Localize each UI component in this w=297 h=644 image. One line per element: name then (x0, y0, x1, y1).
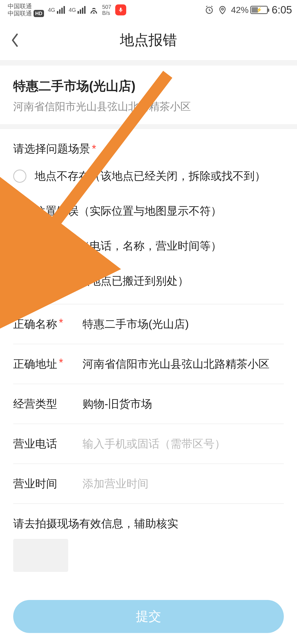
label-correct-name: 正确名称* (13, 316, 74, 332)
label-business-type: 经营类型 (13, 396, 74, 411)
required-mark: * (92, 143, 96, 155)
scenario-options: 地点不存在（该地点已经关闭，拆除或找不到） 位置错误（实际位置与地图显示不符） … (13, 159, 284, 298)
svg-point-3 (221, 8, 223, 10)
row-business-type[interactable]: 经营类型 购物-旧货市场 (13, 384, 284, 424)
radio-circle-icon (13, 170, 26, 183)
radio-circle-icon (13, 204, 26, 218)
status-bar: 中国联通 中国联通 HD 4G 4G 507 B/s 42% ⚡ 6:05 (0, 0, 297, 20)
status-right: 42% ⚡ 6:05 (205, 4, 292, 16)
row-correct-name[interactable]: 正确名称* 特惠二手市场(光山店) (13, 304, 284, 344)
row-business-phone[interactable]: 营业电话 (13, 424, 284, 464)
upload-photo-box[interactable] (13, 539, 68, 572)
chevron-left-icon (10, 33, 19, 48)
photo-prompt: 请去拍摄现场有效信息，辅助核实 (13, 504, 284, 539)
required-mark: * (59, 316, 63, 332)
submit-button[interactable]: 提交 (13, 600, 284, 633)
radio-circle-icon (13, 274, 26, 288)
value-business-type: 购物-旧货市场 (82, 396, 284, 411)
radio-label: 位置错误（实际位置与地图显示不符） (35, 203, 222, 219)
label-correct-address: 正确地址* (13, 356, 74, 372)
radio-label: 信息错误（电话，名称，营业时间等） (35, 238, 222, 253)
radio-option-wrong-location[interactable]: 位置错误（实际位置与地图显示不符） (13, 193, 284, 228)
svg-rect-0 (120, 8, 122, 11)
radio-option-not-exist[interactable]: 地点不存在（该地点已经关闭，拆除或找不到） (13, 159, 284, 193)
placeholder-business-hours: 添加营业时间 (82, 476, 284, 491)
row-business-hours[interactable]: 营业时间 添加营业时间 (13, 464, 284, 504)
hd-badge: HD (34, 10, 44, 17)
label-business-hours: 营业时间 (13, 476, 74, 491)
signal-2: 4G (69, 6, 86, 14)
net-speed: 507 B/s (102, 4, 111, 16)
carrier-block: 中国联通 中国联通 HD (8, 3, 44, 17)
submit-bar: 提交 (0, 600, 297, 644)
value-correct-name: 特惠二手市场(光山店) (82, 316, 284, 332)
location-icon (218, 5, 227, 15)
place-card: 特惠二手市场(光山店) 河南省信阳市光山县弦山北路精茶小区 (0, 66, 297, 124)
radio-option-wrong-info[interactable]: 信息错误（电话，名称，营业时间等） (13, 228, 284, 263)
signal-1: 4G (48, 6, 65, 14)
input-business-phone[interactable] (82, 438, 284, 450)
radio-label: 已搬迁（该地点已搬迁到别处） (35, 273, 189, 288)
mic-recording-icon (115, 4, 126, 15)
value-correct-address: 河南省信阳市光山县弦山北路精茶小区 (82, 356, 284, 372)
scenario-title: 请选择问题场景* (13, 129, 284, 159)
scenario-section: 请选择问题场景* 地点不存在（该地点已经关闭，拆除或找不到） 位置错误（实际位置… (0, 129, 297, 572)
alarm-icon (205, 5, 214, 15)
section-gap (0, 124, 297, 129)
back-button[interactable] (7, 32, 23, 48)
required-mark: * (59, 356, 63, 372)
battery-indicator: 42% ⚡ (231, 5, 268, 15)
carrier-1: 中国联通 (8, 3, 32, 10)
place-name: 特惠二手市场(光山店) (13, 78, 284, 95)
clock: 6:05 (272, 4, 292, 16)
radio-option-relocated[interactable]: 已搬迁（该地点已搬迁到别处） (13, 263, 284, 298)
status-indicators: 4G 4G 507 B/s (48, 4, 126, 16)
section-gap (0, 61, 297, 66)
place-address: 河南省信阳市光山县弦山北路精茶小区 (13, 100, 284, 114)
carrier-2: 中国联通 (8, 10, 32, 17)
page-title: 地点报错 (120, 31, 177, 50)
row-correct-address[interactable]: 正确地址* 河南省信阳市光山县弦山北路精茶小区 (13, 344, 284, 384)
nav-header: 地点报错 (0, 20, 297, 61)
wifi-icon (89, 6, 98, 13)
radio-circle-icon (13, 239, 26, 253)
label-business-phone: 营业电话 (13, 436, 74, 451)
radio-label: 地点不存在（该地点已经关闭，拆除或找不到） (35, 168, 266, 184)
